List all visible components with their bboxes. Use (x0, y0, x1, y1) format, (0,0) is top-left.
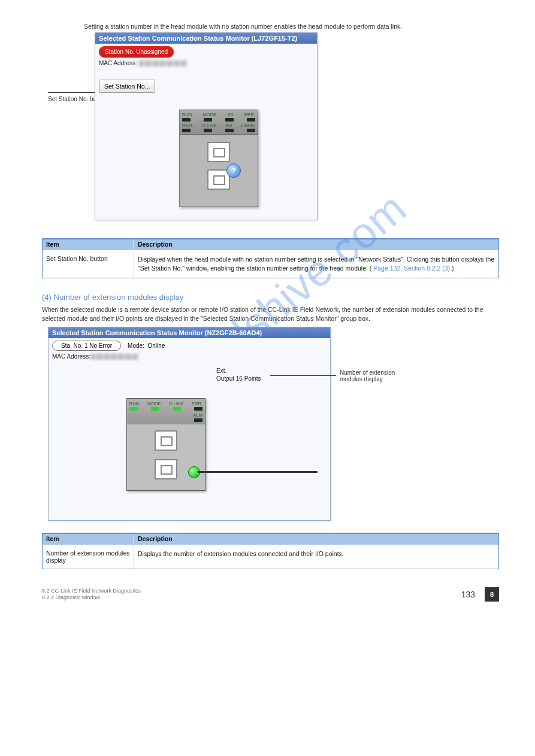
ext-value: Output 16 Points (216, 375, 261, 382)
question-icon: ? (226, 163, 241, 178)
led2-mode: MODE (147, 401, 161, 406)
ext-label: Ext. (216, 367, 261, 375)
station-unassigned-pill: Station No. Unassigned (99, 46, 174, 57)
monitor-window-1: Selected Station Communication Status Mo… (95, 32, 318, 220)
extension-readout: Ext. Output 16 Points (216, 367, 261, 382)
mode-label: Mode: Online (128, 342, 165, 349)
mac-value-blurred (139, 60, 187, 66)
table1-head-item: Item (42, 239, 134, 250)
table2-head-item: Item (42, 534, 134, 545)
callout-label-2: Number of extension modules display (340, 369, 418, 382)
table2-head-desc: Description (134, 534, 499, 545)
table1-head-desc: Description (134, 239, 499, 250)
led-label-rem: REM. (182, 123, 194, 128)
section-4-heading: (4) Number of extension modules display (42, 293, 499, 302)
callout-leader (48, 92, 95, 93)
table1-cell-desc: Displayed when the head module with no s… (134, 250, 499, 278)
table2-cell-desc: Displays the number of extension modules… (134, 545, 499, 569)
led-label-dlink: D LINK (202, 123, 217, 128)
mode-value: Online (147, 342, 165, 349)
port-1 (207, 142, 230, 162)
led2-run: RUN (129, 401, 139, 406)
led-label-rd: RD (225, 123, 232, 128)
led-label-lerr: L ERR. (241, 123, 255, 128)
table-2: Item Description Number of extension mod… (42, 533, 499, 569)
cable-line (198, 471, 318, 473)
led2-dlink: D LINK (169, 401, 183, 406)
chapter-badge: 8 (485, 587, 499, 602)
mac-label: MAC Address: (99, 60, 137, 66)
led-label-sd: SD (227, 112, 233, 117)
port2-1 (155, 430, 177, 451)
led-label-err: ERR. (244, 112, 255, 117)
table-1: Item Description Set Station No. button … (42, 238, 499, 278)
station-status-pill: Sta. No. 1 No Error (52, 341, 121, 351)
page-footer: 8.2 CC-Link IE Field Network Diagnostics… (42, 587, 499, 602)
port2-2 (155, 459, 177, 479)
set-station-no-button[interactable]: Set Station No... (99, 80, 155, 93)
led-label-mode: MODE (203, 112, 217, 117)
page-reference-link[interactable]: Page 132, Section 8.2.2 (3) (373, 265, 450, 272)
section-4-paragraph: When the selected module is a remote dev… (42, 305, 499, 323)
table1-cell-item: Set Station No. button (42, 250, 134, 278)
monitor2-title: Selected Station Communication Status Mo… (49, 327, 330, 338)
page-number: 133 (461, 590, 475, 599)
mac-address-line-2: MAC Address: (52, 353, 327, 360)
led2-err: ERR. (192, 401, 202, 406)
footer-subsection-title: 8.2.2 Diagnostic window (42, 594, 461, 601)
monitor1-title: Selected Station Communication Status Mo… (95, 33, 317, 44)
led2-alm: ALM (194, 412, 202, 418)
head-module-graphic: RUN MODE SD ERR. REM. D LINK RD L ERR. (179, 110, 258, 207)
monitor-window-2: Selected Station Communication Status Mo… (48, 327, 331, 521)
mac-address-line: MAC Address: (99, 60, 313, 66)
remote-module-graphic: RUN MODE D LINK ERR. ALM (126, 398, 205, 491)
callout-leader-2 (270, 375, 336, 376)
footer-section-title: 8.2 CC-Link IE Field Network Diagnostics (42, 588, 461, 594)
table2-cell-item: Number of extension modules display (42, 545, 134, 569)
led-label-run: RUN (182, 112, 192, 117)
intro-paragraph: Setting a station number in the head mod… (84, 23, 499, 30)
